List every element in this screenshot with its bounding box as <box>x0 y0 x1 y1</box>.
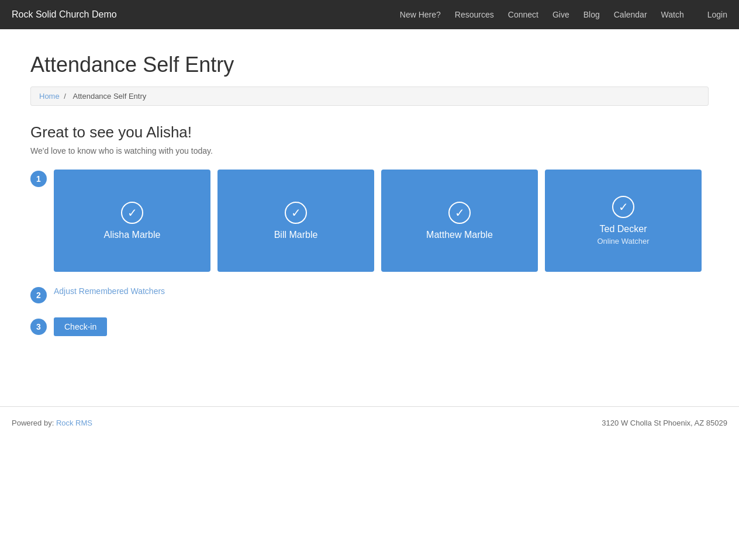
step-3-content: Check-in <box>54 317 709 336</box>
watcher-card-alisha[interactable]: ✓ Alisha Marble <box>54 170 210 272</box>
nav-links: New Here? Resources Connect Give Blog Ca… <box>400 9 684 20</box>
breadcrumb-separator: / <box>64 92 68 101</box>
check-icon-ted: ✓ <box>612 196 634 218</box>
greeting-heading: Great to see you Alisha! <box>30 123 709 141</box>
watcher-name-matthew: Matthew Marble <box>426 230 493 240</box>
nav-connect[interactable]: Connect <box>508 10 538 19</box>
footer-powered-label: Powered by: <box>12 419 56 427</box>
nav-give[interactable]: Give <box>552 10 569 19</box>
watcher-subtitle-ted: Online Watcher <box>597 237 649 246</box>
footer: Powered by: Rock RMS 3120 W Cholla St Ph… <box>0 406 739 439</box>
check-icon-bill: ✓ <box>285 202 307 224</box>
breadcrumb: Home / Attendance Self Entry <box>30 87 709 106</box>
step-3-badge: 3 <box>30 319 47 335</box>
footer-powered-by: Powered by: Rock RMS <box>12 419 92 427</box>
watcher-name-alisha: Alisha Marble <box>104 230 161 240</box>
brand-name: Rock Solid Church Demo <box>12 9 117 20</box>
breadcrumb-current: Attendance Self Entry <box>73 92 147 101</box>
step-3-section: 3 Check-in <box>30 317 709 336</box>
step-1-content: ✓ Alisha Marble ✓ Bill Marble ✓ Matthew … <box>54 170 709 272</box>
watcher-name-ted: Ted Decker <box>600 224 647 234</box>
watcher-name-bill: Bill Marble <box>274 230 318 240</box>
nav-login[interactable]: Login <box>707 10 727 19</box>
watcher-card-ted[interactable]: ✓ Ted Decker Online Watcher <box>545 170 702 272</box>
step-2-content: Adjust Remembered Watchers <box>54 286 709 296</box>
breadcrumb-home[interactable]: Home <box>39 92 60 101</box>
navbar: Rock Solid Church Demo New Here? Resourc… <box>0 0 739 29</box>
nav-resources[interactable]: Resources <box>455 10 494 19</box>
greeting-subtext: We'd love to know who is watching with y… <box>30 146 709 155</box>
nav-calendar[interactable]: Calendar <box>614 10 647 19</box>
adjust-watchers-link[interactable]: Adjust Remembered Watchers <box>54 286 165 296</box>
check-icon-alisha: ✓ <box>121 202 143 224</box>
page-title: Attendance Self Entry <box>30 53 709 77</box>
page-wrapper: Attendance Self Entry Home / Attendance … <box>19 29 720 383</box>
nav-blog[interactable]: Blog <box>583 10 600 19</box>
footer-rock-rms-link[interactable]: Rock RMS <box>56 419 92 427</box>
watcher-card-bill[interactable]: ✓ Bill Marble <box>217 170 374 272</box>
nav-new-here[interactable]: New Here? <box>400 10 441 19</box>
watcher-cards-grid: ✓ Alisha Marble ✓ Bill Marble ✓ Matthew … <box>54 170 709 272</box>
watcher-card-matthew[interactable]: ✓ Matthew Marble <box>381 170 538 272</box>
nav-watch[interactable]: Watch <box>661 10 684 19</box>
check-icon-matthew: ✓ <box>448 202 471 224</box>
step-1-badge: 1 <box>30 171 47 187</box>
footer-address: 3120 W Cholla St Phoenix, AZ 85029 <box>602 419 727 427</box>
step-1-section: 1 ✓ Alisha Marble ✓ Bill Marble ✓ Matthe… <box>30 170 709 272</box>
step-2-badge: 2 <box>30 287 47 303</box>
checkin-button[interactable]: Check-in <box>54 317 107 336</box>
step-2-section: 2 Adjust Remembered Watchers <box>30 286 709 303</box>
